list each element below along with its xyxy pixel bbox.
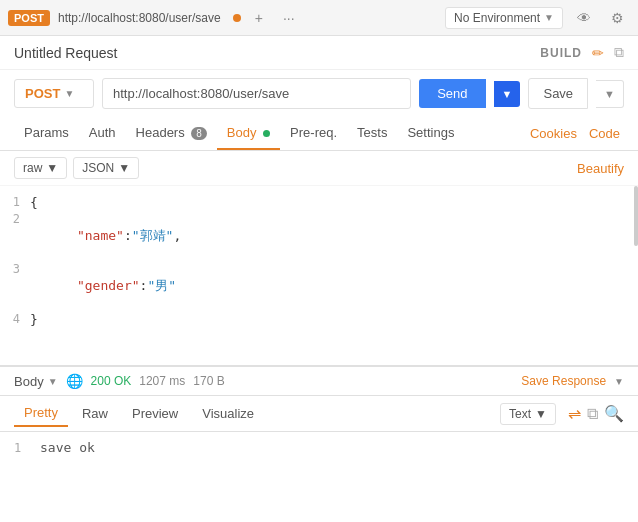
top-url: http://localhost:8080/user/save <box>58 11 221 25</box>
resp-tab-visualize[interactable]: Visualize <box>192 401 264 426</box>
resp-tab-pretty[interactable]: Pretty <box>14 400 68 427</box>
wrap-icon[interactable]: ⇌ <box>568 404 581 423</box>
resp-text: save ok <box>40 440 95 455</box>
response-type-select[interactable]: Text ▼ <box>500 403 556 425</box>
body-arrow-icon: ▼ <box>48 376 58 387</box>
tab-auth[interactable]: Auth <box>79 117 126 150</box>
beautify-button[interactable]: Beautify <box>577 161 624 176</box>
method-chevron-down-icon: ▼ <box>64 88 74 99</box>
settings-icon-button[interactable]: ⚙ <box>605 8 630 28</box>
code-line-3: 3 "gender":"男" <box>0 261 638 311</box>
code-link[interactable]: Code <box>585 118 624 149</box>
raw-label: raw <box>23 161 42 175</box>
search-response-icon[interactable]: 🔍 <box>604 404 624 423</box>
json-key-name: "name" <box>77 228 124 243</box>
tab-params[interactable]: Params <box>14 117 79 150</box>
resp-type-chevron-down-icon: ▼ <box>535 407 547 421</box>
title-bar: Untitled Request BUILD ✏ ⧉ <box>0 36 638 70</box>
tab-settings[interactable]: Settings <box>397 117 464 150</box>
code-content-4: } <box>30 312 38 327</box>
body-label-text: Body <box>14 374 44 389</box>
json-label: JSON <box>82 161 114 175</box>
response-line-1: 1 save ok <box>14 440 624 455</box>
body-active-dot <box>263 130 270 137</box>
cookies-link[interactable]: Cookies <box>526 118 581 149</box>
line-number-4: 4 <box>0 312 30 326</box>
resp-line-number: 1 <box>14 441 30 455</box>
code-content-2: "name":"郭靖", <box>30 212 181 260</box>
url-bar: POST ▼ Send ▼ Save ▼ <box>0 70 638 117</box>
save-button[interactable]: Save <box>528 78 588 109</box>
response-tabs: Pretty Raw Preview Visualize Text ▼ ⇌ ⧉ … <box>0 396 638 432</box>
line-number-2: 2 <box>0 212 30 226</box>
json-key-gender: "gender" <box>77 278 140 293</box>
response-body-label[interactable]: Body ▼ <box>14 374 58 389</box>
json-value-gender: "男" <box>147 278 176 293</box>
copy-response-icon[interactable]: ⧉ <box>587 405 598 423</box>
tab-tests[interactable]: Tests <box>347 117 397 150</box>
response-time: 1207 ms <box>139 374 185 388</box>
code-content-1: { <box>30 195 38 210</box>
environment-label: No Environment <box>454 11 540 25</box>
response-header: Body ▼ 🌐 200 OK 1207 ms 170 B Save Respo… <box>0 367 638 396</box>
tab-headers[interactable]: Headers 8 <box>126 117 217 150</box>
url-input[interactable] <box>102 78 411 109</box>
top-method-badge: POST <box>8 10 50 26</box>
copy-icon[interactable]: ⧉ <box>614 44 624 61</box>
json-chevron-down-icon: ▼ <box>118 161 130 175</box>
code-line-2: 2 "name":"郭靖", <box>0 211 638 261</box>
body-toolbar: raw ▼ JSON ▼ Beautify <box>0 151 638 186</box>
globe-icon: 🌐 <box>66 373 83 389</box>
send-dropdown-button[interactable]: ▼ <box>494 81 521 107</box>
tab-prereq[interactable]: Pre-req. <box>280 117 347 150</box>
new-tab-button[interactable]: + <box>249 8 269 28</box>
code-editor[interactable]: 1 { 2 "name":"郭靖", 3 "gender":"男" 4 } <box>0 186 638 366</box>
body-type-select[interactable]: raw ▼ <box>14 157 67 179</box>
build-label: BUILD <box>540 46 582 60</box>
save-response-arrow-icon: ▼ <box>614 376 624 387</box>
more-options-button[interactable]: ··· <box>277 8 301 28</box>
json-value-name: "郭靖" <box>132 228 174 243</box>
eye-icon-button[interactable]: 👁 <box>571 8 597 28</box>
top-unsaved-dot <box>233 14 241 22</box>
editor-scrollbar[interactable] <box>634 186 638 246</box>
request-tabs: Params Auth Headers 8 Body Pre-req. Test… <box>0 117 638 151</box>
response-area: Body ▼ 🌐 200 OK 1207 ms 170 B Save Respo… <box>0 366 638 463</box>
line-number-3: 3 <box>0 262 30 276</box>
tab-body[interactable]: Body <box>217 117 280 150</box>
title-actions: BUILD ✏ ⧉ <box>540 44 624 61</box>
edit-icon[interactable]: ✏ <box>592 45 604 61</box>
format-select[interactable]: JSON ▼ <box>73 157 139 179</box>
resp-tab-raw[interactable]: Raw <box>72 401 118 426</box>
code-line-4: 4 } <box>0 311 638 328</box>
env-chevron-down-icon: ▼ <box>544 12 554 23</box>
top-bar: POST http://localhost:8080/user/save + ·… <box>0 0 638 36</box>
code-line-1: 1 { <box>0 194 638 211</box>
send-button[interactable]: Send <box>419 79 485 108</box>
code-content-3: "gender":"男" <box>30 262 176 310</box>
line-number-1: 1 <box>0 195 30 209</box>
response-status: 200 OK <box>91 374 132 388</box>
save-dropdown-button[interactable]: ▼ <box>596 80 624 108</box>
method-value: POST <box>25 86 60 101</box>
raw-chevron-down-icon: ▼ <box>46 161 58 175</box>
save-response-button[interactable]: Save Response <box>521 374 606 388</box>
response-icons: ⇌ ⧉ 🔍 <box>568 404 624 423</box>
resp-tab-preview[interactable]: Preview <box>122 401 188 426</box>
headers-badge: 8 <box>191 127 207 140</box>
request-title: Untitled Request <box>14 45 118 61</box>
response-content: 1 save ok <box>0 432 638 463</box>
method-select[interactable]: POST ▼ <box>14 79 94 108</box>
response-size: 170 B <box>193 374 224 388</box>
response-type-label: Text <box>509 407 531 421</box>
environment-selector[interactable]: No Environment ▼ <box>445 7 563 29</box>
